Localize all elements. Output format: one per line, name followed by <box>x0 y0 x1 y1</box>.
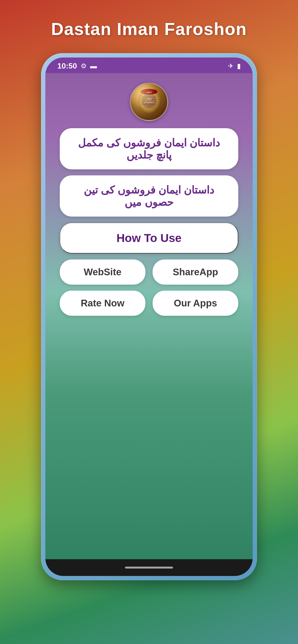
home-bar <box>125 566 173 568</box>
rate-ourapps-row: Rate Now Our Apps <box>60 290 238 316</box>
shareapp-button[interactable]: ShareApp <box>153 260 238 284</box>
our-apps-label: Our Apps <box>174 298 217 308</box>
bottom-area <box>45 344 253 560</box>
our-apps-button[interactable]: Our Apps <box>153 290 238 316</box>
app-logo-container: داستان ایمان فروشوں کی <box>45 73 253 128</box>
app-logo: داستان ایمان فروشوں کی <box>130 83 168 121</box>
phone-frame: 10:50 ⚙ ▬ ✈ ▮ <box>41 53 257 580</box>
website-label: WebSite <box>84 267 121 277</box>
full-five-volumes-button[interactable]: داستان ایمان فروشوں کی مکمل پانچ جلدیں <box>60 128 238 170</box>
rate-now-button[interactable]: Rate Now <box>60 290 145 316</box>
shareapp-label: ShareApp <box>173 267 218 277</box>
website-button[interactable]: WebSite <box>60 260 145 284</box>
three-parts-button[interactable]: داستان ایمان فروشوں کی تین حصوں میں <box>60 176 238 216</box>
phone-screen: 10:50 ⚙ ▬ ✈ ▮ <box>45 58 253 576</box>
how-to-use-button[interactable]: How To Use <box>60 222 238 254</box>
content-area: داستان ایمان فروشوں کی مکمل پانچ جلدیں د… <box>45 128 253 344</box>
battery-icon: ▮ <box>237 62 241 70</box>
rate-now-label: Rate Now <box>81 298 124 308</box>
status-bar: 10:50 ⚙ ▬ ✈ ▮ <box>45 58 253 73</box>
three-parts-label: داستان ایمان فروشوں کی تین حصوں میں <box>84 184 215 208</box>
status-time: 10:50 <box>57 62 77 70</box>
page-title: Dastan Iman Faroshon <box>51 19 247 39</box>
settings-icon: ⚙ <box>81 62 87 70</box>
airplane-icon: ✈ <box>228 62 233 70</box>
website-shareapp-row: WebSite ShareApp <box>60 260 238 284</box>
home-indicator <box>45 559 253 576</box>
how-to-use-label: How To Use <box>116 232 181 244</box>
full-five-volumes-label: داستان ایمان فروشوں کی مکمل پانچ جلدیں <box>78 137 220 161</box>
sim-icon: ▬ <box>90 62 97 70</box>
